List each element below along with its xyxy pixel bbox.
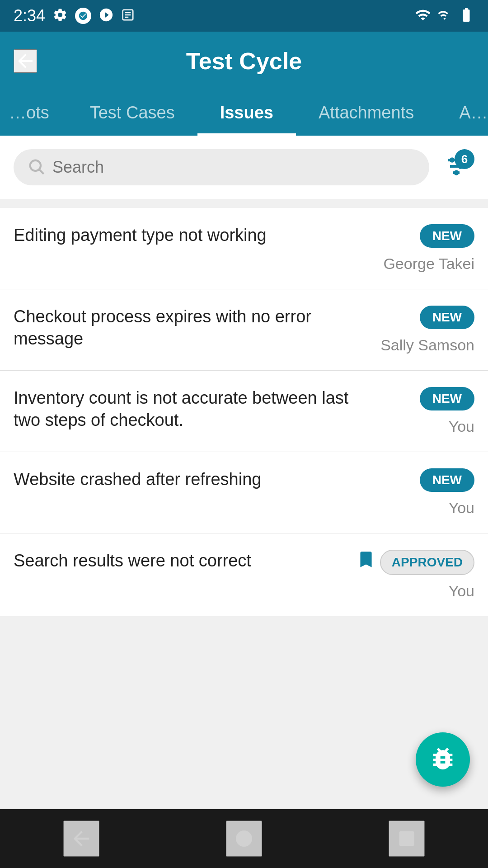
issue-assignee: You xyxy=(449,582,474,600)
clipboard-icon xyxy=(121,8,135,24)
bookmark-icon xyxy=(357,550,375,575)
search-input[interactable] xyxy=(52,158,416,177)
status-badge: NEW xyxy=(420,224,474,248)
issue-meta: NEW George Takei xyxy=(383,224,474,273)
play-icon xyxy=(99,7,114,24)
svg-rect-2 xyxy=(125,14,131,16)
wifi-icon xyxy=(415,7,431,25)
issue-title-wrapper: Inventory count is not accurate between … xyxy=(14,387,384,432)
issue-title: Website crashed after refreshing xyxy=(14,470,261,489)
list-item[interactable]: Inventory count is not accurate between … xyxy=(0,371,488,452)
tab-testcases[interactable]: Test Cases xyxy=(67,90,197,136)
list-item[interactable]: Checkout process expires with no error m… xyxy=(0,289,488,371)
signal-icon xyxy=(437,8,452,24)
tab-attachments[interactable]: Attachments xyxy=(296,90,436,136)
search-icon xyxy=(27,157,45,177)
issue-title-wrapper: Search results were not correct xyxy=(14,550,357,572)
svg-line-5 xyxy=(40,170,44,174)
gear-icon xyxy=(52,7,68,24)
bug-icon xyxy=(428,744,457,775)
battery-icon xyxy=(458,7,474,25)
svg-point-4 xyxy=(30,160,41,171)
issue-title-wrapper: Checkout process expires with no error m… xyxy=(14,306,380,350)
svg-rect-3 xyxy=(125,17,129,18)
nav-back-button[interactable] xyxy=(63,821,99,857)
nav-bar xyxy=(0,809,488,868)
list-item[interactable]: Editing payment type not working NEW Geo… xyxy=(0,208,488,289)
issue-title-wrapper: Website crashed after refreshing xyxy=(14,468,384,491)
issue-title: Inventory count is not accurate between … xyxy=(14,388,348,429)
issue-assignee: Sally Samson xyxy=(380,336,474,354)
issue-assignee: George Takei xyxy=(383,255,474,273)
back-button[interactable] xyxy=(14,49,37,73)
issue-meta: APPROVED You xyxy=(357,550,474,600)
tabs-container: …ots Test Cases Issues Attachments A… xyxy=(0,90,488,136)
status-badge: APPROVED xyxy=(380,550,474,575)
app-bar: Test Cycle xyxy=(0,32,488,90)
issue-meta: NEW You xyxy=(384,468,474,517)
avast-icon xyxy=(75,8,91,24)
tab-issues[interactable]: Issues xyxy=(197,90,296,136)
issue-meta: NEW You xyxy=(384,387,474,435)
issue-meta: NEW Sally Samson xyxy=(380,306,474,354)
status-badge: NEW xyxy=(420,387,474,410)
issue-title-wrapper: Editing payment type not working xyxy=(14,224,383,246)
nav-home-button[interactable] xyxy=(226,821,262,857)
issue-assignee: You xyxy=(449,499,474,517)
svg-point-11 xyxy=(454,170,459,175)
search-area: 6 xyxy=(0,136,488,199)
issues-list: Editing payment type not working NEW Geo… xyxy=(0,208,488,616)
svg-rect-13 xyxy=(399,831,414,846)
issue-title: Checkout process expires with no error m… xyxy=(14,307,311,348)
svg-rect-1 xyxy=(125,12,131,14)
list-item[interactable]: Website crashed after refreshing NEW You xyxy=(0,452,488,533)
svg-point-12 xyxy=(236,830,252,847)
status-left-icons: 2:34 xyxy=(14,6,135,25)
issue-title: Editing payment type not working xyxy=(14,226,267,245)
status-time: 2:34 xyxy=(14,6,45,25)
status-bar: 2:34 xyxy=(0,0,488,32)
status-badge: NEW xyxy=(420,306,474,329)
issue-title: Search results were not correct xyxy=(14,551,251,570)
tab-shots[interactable]: …ots xyxy=(0,90,67,136)
svg-point-9 xyxy=(450,157,455,163)
filter-badge: 6 xyxy=(455,149,474,169)
issue-assignee: You xyxy=(449,418,474,435)
fab-button[interactable] xyxy=(416,732,470,787)
status-badge: NEW xyxy=(420,468,474,492)
filter-button[interactable]: 6 xyxy=(438,149,474,185)
nav-recent-button[interactable] xyxy=(389,821,425,857)
tab-more[interactable]: A… xyxy=(436,90,488,136)
status-right-icons xyxy=(415,7,474,25)
search-wrapper xyxy=(14,149,429,185)
list-item[interactable]: Search results were not correct APPROVED… xyxy=(0,533,488,616)
page-title: Test Cycle xyxy=(186,47,302,75)
